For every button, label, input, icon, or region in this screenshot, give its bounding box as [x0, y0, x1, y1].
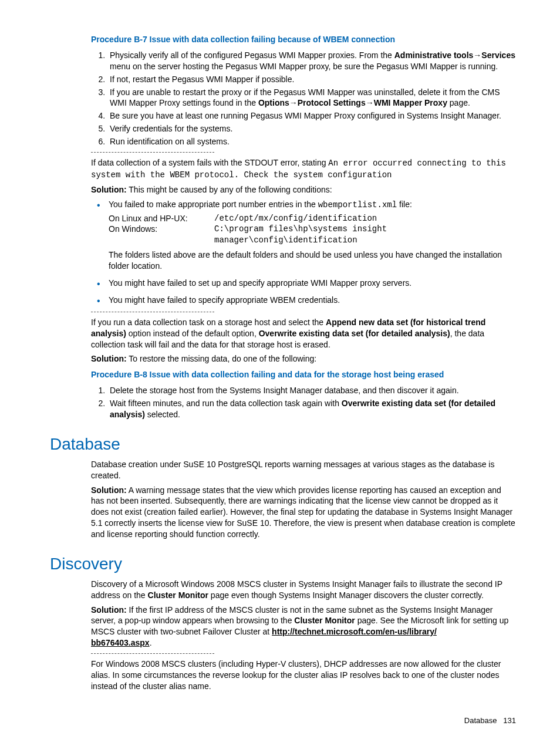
discovery-heading: Discovery — [50, 553, 516, 575]
list-item: You failed to make appropriate port numb… — [109, 199, 516, 272]
list-item: If not, restart the Pegasus WMI Mapper i… — [107, 74, 516, 85]
solution-paragraph: Solution: If the first IP address of the… — [91, 605, 516, 649]
divider — [91, 152, 214, 153]
list-item: You might have failed to set up and spec… — [109, 278, 516, 289]
conditions-list: You failed to make appropriate port numb… — [91, 199, 516, 306]
solution-paragraph: Solution: A warning message states that … — [91, 485, 516, 540]
stdout-error-paragraph: If data collection of a system fails wit… — [91, 157, 516, 181]
solution-paragraph: Solution: To restore the missing data, d… — [91, 353, 516, 364]
append-paragraph: If you run a data collection task on a s… — [91, 317, 516, 350]
linux-label: On Linux and HP-UX: — [109, 213, 214, 224]
list-item: Verify credentials for the systems. — [107, 123, 516, 134]
page-footer: Database 131 — [50, 715, 516, 726]
divider — [91, 312, 214, 312]
windows-path: C:\program files\hp\systems insightmanag… — [214, 224, 516, 246]
path-table: On Linux and HP-UX: /etc/opt/mx/config/i… — [109, 213, 516, 247]
list-item: You might have failed to specify appropr… — [109, 295, 516, 306]
list-item: Physically verify all of the configured … — [107, 50, 516, 72]
windows-label: On Windows: — [109, 224, 214, 246]
database-heading: Database — [50, 433, 516, 455]
database-paragraph: Database creation under SuSE 10 PostgreS… — [91, 459, 516, 481]
procedure-b8-list: Delete the storage host from the Systems… — [91, 385, 516, 420]
procedure-b8-title: Procedure B-8 Issue with data collection… — [91, 369, 516, 380]
folder-note: The folders listed above are the default… — [109, 249, 516, 272]
procedure-b7-title: Procedure B-7 Issue with data collection… — [91, 34, 516, 45]
solution-paragraph: Solution: This might be caused by any of… — [91, 184, 516, 195]
discovery-dhcp-paragraph: For Windows 2008 MSCS clusters (includin… — [91, 659, 516, 692]
list-item: If you are unable to restart the proxy o… — [107, 87, 516, 109]
procedure-b7-list: Physically verify all of the configured … — [91, 50, 516, 147]
discovery-paragraph: Discovery of a Microsoft Windows 2008 MS… — [91, 579, 516, 601]
linux-path: /etc/opt/mx/config/identification — [214, 213, 516, 224]
list-item: Delete the storage host from the Systems… — [107, 385, 516, 396]
divider — [91, 653, 214, 654]
list-item: Run identification on all systems. — [107, 136, 516, 147]
list-item: Wait fifteen minutes, and run the data c… — [107, 398, 516, 420]
list-item: Be sure you have at least one running Pe… — [107, 110, 516, 121]
